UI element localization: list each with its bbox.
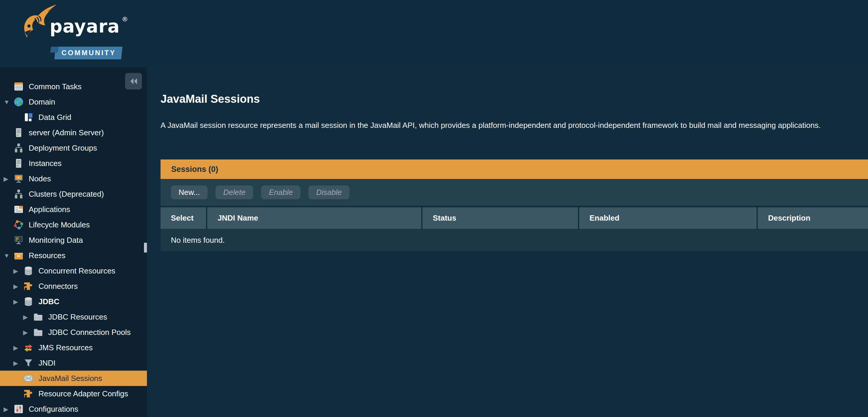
sidebar-item-label: Resource Adapter Configs bbox=[38, 389, 128, 398]
sidebar-item-label: Connectors bbox=[38, 282, 78, 291]
sidebar-item-label: Nodes bbox=[29, 174, 51, 183]
sidebar-nav: Common Tasks▼DomainData Gridserver (Admi… bbox=[0, 79, 147, 417]
new-button[interactable]: New... bbox=[171, 185, 208, 199]
sessions-group: Sessions (0) New...DeleteEnableDisable S… bbox=[160, 160, 868, 251]
monitoring-data-icon bbox=[13, 235, 24, 245]
jms-icon bbox=[23, 342, 34, 353]
page-title: JavaMail Sessions bbox=[160, 93, 868, 105]
tree-collapsed-icon[interactable]: ▶ bbox=[4, 406, 13, 412]
brand-wordmark: payara® bbox=[50, 15, 128, 37]
tree-expanded-icon[interactable]: ▼ bbox=[4, 252, 13, 259]
app-header: payara® COMMUNITY bbox=[0, 0, 868, 67]
sidebar-item-javamail-sessions[interactable]: JavaMail Sessions bbox=[0, 371, 147, 386]
disable-button: Disable bbox=[308, 185, 349, 199]
sidebar-item-label: Domain bbox=[29, 98, 55, 107]
sidebar-item-label: Instances bbox=[29, 159, 61, 168]
tree-collapsed-icon[interactable]: ▶ bbox=[13, 345, 23, 351]
sidebar: Common Tasks▼DomainData Gridserver (Admi… bbox=[0, 67, 147, 417]
empty-row-text: No items found. bbox=[171, 236, 225, 245]
sidebar-item-label: Clusters (Deprecated) bbox=[29, 189, 104, 199]
sidebar-item-label: Concurrent Resources bbox=[38, 266, 115, 276]
payara-logo[interactable]: payara® COMMUNITY bbox=[13, 2, 138, 64]
folder-icon bbox=[33, 312, 43, 322]
column-header-description: Description bbox=[758, 207, 868, 229]
delete-button: Delete bbox=[216, 185, 253, 199]
data-grid-icon bbox=[23, 112, 34, 123]
sidebar-item-lifecycle-modules[interactable]: Lifecycle Modules bbox=[0, 217, 147, 233]
sidebar-item-deployment-groups[interactable]: Deployment Groups bbox=[0, 140, 147, 155]
main-content: JavaMail Sessions A JavaMail session res… bbox=[147, 67, 868, 417]
sidebar-scrollbar-thumb[interactable] bbox=[144, 243, 147, 252]
double-chevron-left-icon bbox=[129, 77, 138, 85]
sidebar-item-monitoring-data[interactable]: Monitoring Data bbox=[0, 233, 147, 248]
connector-icon bbox=[23, 281, 34, 291]
sidebar-item-label: Lifecycle Modules bbox=[29, 220, 90, 230]
nodes-icon bbox=[13, 173, 24, 184]
column-header-jndi-name: JNDI Name bbox=[207, 207, 421, 229]
enable-button: Enable bbox=[261, 185, 300, 199]
registered-mark: ® bbox=[122, 15, 128, 23]
sidebar-item-data-grid[interactable]: Data Grid bbox=[0, 110, 147, 125]
sidebar-item-label: JDBC Connection Pools bbox=[48, 328, 131, 337]
sidebar-item-label: Data Grid bbox=[38, 113, 71, 122]
sidebar-item-label: JDBC Resources bbox=[48, 312, 107, 322]
sidebar-item-label: Monitoring Data bbox=[29, 236, 83, 245]
connector-icon bbox=[23, 388, 34, 399]
tree-collapsed-icon[interactable]: ▶ bbox=[13, 360, 23, 366]
server-icon bbox=[13, 158, 24, 169]
sidebar-collapse-button[interactable] bbox=[125, 73, 142, 90]
tree-collapsed-icon[interactable]: ▶ bbox=[13, 299, 23, 305]
sidebar-item-nodes[interactable]: ▶Nodes bbox=[0, 171, 147, 186]
sidebar-item-jndi[interactable]: ▶JNDI bbox=[0, 355, 147, 371]
resources-icon bbox=[13, 250, 24, 261]
tree-collapsed-icon[interactable]: ▶ bbox=[23, 329, 33, 336]
badge-tab bbox=[50, 47, 59, 53]
sessions-table-empty-row: No items found. bbox=[160, 229, 868, 251]
tree-expanded-icon[interactable]: ▼ bbox=[4, 99, 13, 105]
sidebar-item-label: Applications bbox=[29, 205, 70, 214]
sidebar-item-instances[interactable]: Instances bbox=[0, 155, 147, 171]
sessions-toolbar: New...DeleteEnableDisable bbox=[160, 179, 868, 206]
sidebar-item-jdbc[interactable]: ▶JDBC bbox=[0, 294, 147, 309]
sessions-group-header: Sessions (0) bbox=[160, 160, 868, 179]
jndi-icon bbox=[23, 358, 34, 368]
sidebar-item-label: JNDI bbox=[38, 358, 56, 368]
tree-collapsed-icon[interactable]: ▶ bbox=[23, 314, 33, 320]
sidebar-item-jdbc-resources[interactable]: ▶JDBC Resources bbox=[0, 309, 147, 324]
domain-icon bbox=[13, 97, 24, 107]
community-badge: COMMUNITY bbox=[54, 47, 123, 59]
sidebar-item-applications[interactable]: Applications bbox=[0, 202, 147, 217]
sidebar-item-label: JMS Resources bbox=[38, 343, 93, 352]
sidebar-item-jdbc-connection-pools[interactable]: ▶JDBC Connection Pools bbox=[0, 324, 147, 340]
database-icon bbox=[23, 266, 34, 276]
lifecycle-modules-icon bbox=[13, 219, 24, 230]
database-icon bbox=[23, 296, 34, 307]
tree-collapsed-icon[interactable]: ▶ bbox=[13, 268, 23, 274]
applications-icon bbox=[13, 204, 24, 215]
payara-admin-console: payara® COMMUNITY Common Tasks▼DomainDat… bbox=[0, 0, 868, 417]
sessions-group-title: Sessions (0) bbox=[171, 165, 218, 174]
sidebar-item-server-admin-server[interactable]: server (Admin Server) bbox=[0, 125, 147, 140]
common-tasks-icon bbox=[13, 81, 24, 92]
sidebar-item-configurations[interactable]: ▶Configurations bbox=[0, 401, 147, 417]
tree-collapsed-icon[interactable]: ▶ bbox=[4, 176, 13, 182]
sidebar-item-clusters-deprecated[interactable]: Clusters (Deprecated) bbox=[0, 186, 147, 202]
tree-collapsed-icon[interactable]: ▶ bbox=[13, 283, 23, 289]
sidebar-item-label: Deployment Groups bbox=[29, 143, 97, 153]
sidebar-item-label: JavaMail Sessions bbox=[38, 374, 102, 383]
sidebar-item-domain[interactable]: ▼Domain bbox=[0, 94, 147, 110]
column-header-status: Status bbox=[423, 207, 578, 229]
sidebar-item-label: JDBC bbox=[38, 297, 59, 306]
sidebar-item-label: Configurations bbox=[29, 405, 79, 414]
mail-icon bbox=[23, 373, 34, 384]
folder-icon bbox=[33, 327, 43, 338]
page-description: A JavaMail session resource represents a… bbox=[160, 121, 868, 130]
sidebar-item-connectors[interactable]: ▶Connectors bbox=[0, 278, 147, 294]
deployment-groups-icon bbox=[13, 143, 24, 153]
sidebar-item-concurrent-resources[interactable]: ▶Concurrent Resources bbox=[0, 263, 147, 278]
column-header-select: Select bbox=[160, 207, 206, 229]
sidebar-item-resource-adapter-configs[interactable]: Resource Adapter Configs bbox=[0, 386, 147, 401]
sidebar-item-jms-resources[interactable]: ▶JMS Resources bbox=[0, 340, 147, 355]
server-icon bbox=[13, 127, 24, 138]
sidebar-item-resources[interactable]: ▼Resources bbox=[0, 248, 147, 263]
